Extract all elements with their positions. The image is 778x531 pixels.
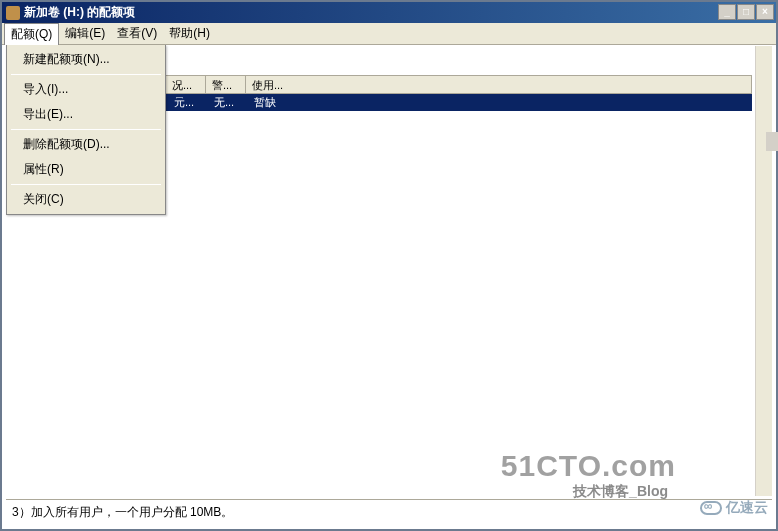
minimize-button[interactable]: _: [718, 4, 736, 20]
watermark-yisu: 亿速云: [700, 499, 768, 517]
app-icon: [6, 6, 20, 20]
menu-separator: [11, 129, 161, 130]
side-chip: [766, 132, 778, 150]
menuitem-export[interactable]: 导出(E)...: [7, 102, 165, 127]
menuitem-delete-quota[interactable]: 删除配额项(D)...: [7, 132, 165, 157]
caption-text: 3）加入所有用户，一个用户分配 10MB。: [12, 504, 233, 521]
menu-separator: [11, 184, 161, 185]
menuitem-properties[interactable]: 属性(R): [7, 157, 165, 182]
close-button[interactable]: ×: [756, 4, 774, 20]
watermark-yisu-text: 亿速云: [726, 499, 768, 517]
separator-line: [6, 499, 772, 500]
quota-dropdown-menu: 新建配额项(N)... 导入(I)... 导出(E)... 删除配额项(D)..…: [6, 45, 166, 215]
watermark-51cto: 51CTO.com: [501, 449, 676, 483]
col-status[interactable]: 况...: [166, 76, 206, 93]
cloud-icon: [700, 501, 722, 515]
window-title: 新加卷 (H:) 的配额项: [24, 4, 135, 21]
cell-status: 元...: [166, 95, 206, 110]
maximize-button[interactable]: □: [737, 4, 755, 20]
menubar: 配额(Q) 编辑(E) 查看(V) 帮助(H): [2, 23, 776, 45]
cell-usage: 暂缺: [246, 95, 284, 110]
side-panel-truncated: [766, 132, 778, 151]
menuitem-close[interactable]: 关闭(C): [7, 187, 165, 212]
window-titlebar: 新加卷 (H:) 的配额项 _ □ ×: [2, 2, 776, 23]
col-warning[interactable]: 警...: [206, 76, 246, 93]
menu-quota[interactable]: 配额(Q): [4, 23, 59, 45]
col-usage[interactable]: 使用...: [246, 76, 752, 93]
table-row[interactable]: 元... 无... 暂缺: [166, 94, 752, 111]
menu-separator: [11, 74, 161, 75]
list-header: 况... 警... 使用...: [166, 75, 752, 94]
menu-help[interactable]: 帮助(H): [163, 23, 216, 44]
menu-edit[interactable]: 编辑(E): [59, 23, 111, 44]
menuitem-new-quota[interactable]: 新建配额项(N)...: [7, 47, 165, 72]
cell-warning: 无...: [206, 95, 246, 110]
menuitem-import[interactable]: 导入(I)...: [7, 77, 165, 102]
vertical-scrollbar[interactable]: [755, 46, 772, 496]
menu-view[interactable]: 查看(V): [111, 23, 163, 44]
